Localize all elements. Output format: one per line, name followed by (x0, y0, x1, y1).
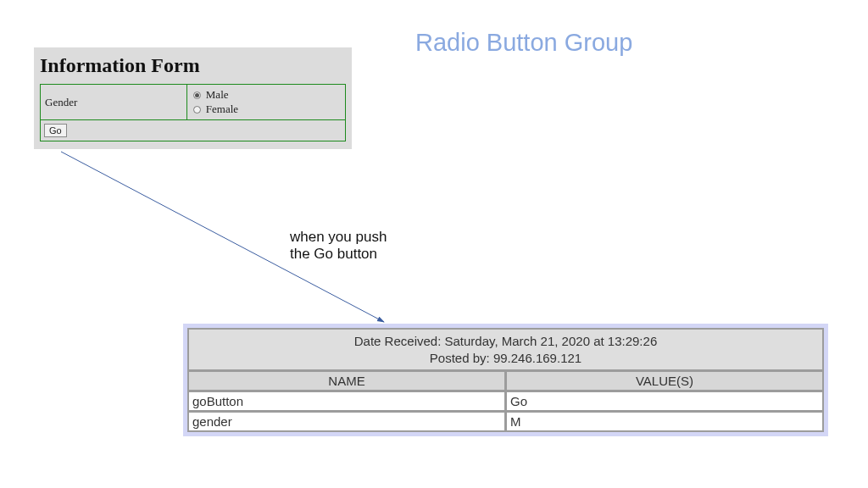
form-footer: Go (41, 120, 346, 141)
info-form-table: Gender Male Female (40, 84, 346, 141)
info-form-heading: Information Form (40, 54, 346, 77)
radio-icon (193, 92, 201, 99)
annotation-line2: the Go button (290, 246, 377, 262)
result-panel: Date Received: Saturday, March 21, 2020 … (183, 324, 828, 436)
result-table: Date Received: Saturday, March 21, 2020 … (187, 328, 824, 432)
radio-male-label: Male (206, 88, 229, 102)
posted-by-value: 99.246.169.121 (493, 351, 581, 365)
go-button[interactable]: Go (44, 124, 67, 137)
annotation: when you push the Go button (290, 229, 417, 263)
gender-label: Gender (41, 85, 187, 120)
cell-value: M (506, 412, 823, 431)
table-row: gender M (188, 412, 823, 431)
radio-icon (193, 106, 201, 114)
result-header-value: VALUE(S) (506, 371, 823, 391)
gender-options-cell: Male Female (186, 85, 345, 120)
cell-name: goButton (188, 391, 505, 411)
cell-name: gender (188, 412, 505, 431)
radio-female[interactable]: Female (193, 103, 341, 116)
date-received-label: Date Received: (354, 334, 442, 348)
annotation-line1: when you push (290, 229, 387, 245)
info-form-panel: Information Form Gender Male Female (34, 47, 352, 149)
table-row: goButton Go (188, 391, 823, 411)
radio-male[interactable]: Male (193, 88, 341, 102)
cell-value: Go (506, 391, 823, 411)
date-received-value: Saturday, March 21, 2020 at 13:29:26 (445, 334, 658, 348)
radio-female-label: Female (206, 103, 238, 116)
slide-title: Radio Button Group (415, 29, 632, 57)
posted-by-label: Posted by: (430, 351, 490, 365)
result-banner: Date Received: Saturday, March 21, 2020 … (188, 329, 823, 370)
result-header-name: NAME (188, 371, 505, 391)
